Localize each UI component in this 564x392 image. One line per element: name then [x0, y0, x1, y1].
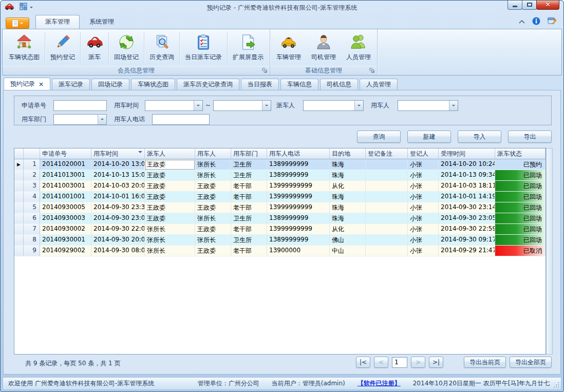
table-cell[interactable]: 2014-09-30 23:00	[91, 213, 145, 224]
table-cell[interactable]	[366, 246, 408, 256]
table-cell[interactable]: 王政委	[145, 159, 195, 170]
table-cell[interactable]: 2014-09-30 23:05	[439, 213, 495, 224]
application-menu-button[interactable]	[6, 17, 29, 29]
table-cell[interactable]: 从化	[330, 224, 366, 235]
table-cell[interactable]: 王政委	[195, 224, 231, 235]
close-button[interactable]: ✕	[536, 0, 559, 10]
table-cell[interactable]: 珠海	[330, 170, 366, 181]
department-combo[interactable]	[53, 114, 107, 125]
next-page-button[interactable]: >	[411, 357, 425, 368]
table-cell[interactable]: 已回场	[495, 235, 546, 246]
table-cell[interactable]: 13999999999	[267, 224, 330, 235]
table-cell[interactable]: 小张	[408, 202, 439, 213]
table-cell[interactable]: 2014-09-30 22:00	[91, 224, 145, 235]
table-cell[interactable]: 2014-09-29 21:47	[439, 246, 495, 256]
ribbon-button[interactable]: 回场登记	[109, 30, 144, 66]
row-selector-cell[interactable]	[14, 224, 24, 235]
table-cell[interactable]: 小张	[408, 159, 439, 170]
table-cell[interactable]	[366, 181, 408, 192]
table-cell[interactable]: 已预约	[495, 159, 546, 170]
table-cell[interactable]: 13999999999	[267, 202, 330, 213]
table-cell[interactable]: 20141003001	[40, 181, 91, 192]
chevron-down-icon[interactable]	[449, 101, 458, 110]
table-cell[interactable]: 卫生所	[231, 235, 267, 246]
table-cell[interactable]: 珠海	[330, 159, 366, 170]
table-row[interactable]: 7201409300022014-09-30 22:00张所长王政委老干部139…	[14, 224, 546, 235]
ribbon-button[interactable]: 车辆状态图	[4, 30, 45, 66]
table-cell[interactable]: 2014-09-30 23:14	[439, 202, 495, 213]
previous-page-button[interactable]: <	[374, 357, 388, 368]
table-cell[interactable]: 张所长	[145, 224, 195, 235]
table-cell[interactable]: 老干部	[231, 192, 267, 202]
table-cell[interactable]: 已取消	[495, 246, 546, 256]
table-cell[interactable]: 珠海	[330, 202, 366, 213]
table-row[interactable]: 2201410130012014-10-13 15:00王政委张所长卫生所138…	[14, 170, 546, 181]
table-cell[interactable]: 王政委	[145, 202, 195, 213]
window-switch-icon[interactable]	[548, 17, 556, 27]
table-cell[interactable]: 2014-10-20 13:00	[91, 159, 145, 170]
maximize-button[interactable]	[522, 0, 537, 10]
last-page-button[interactable]: >|	[429, 357, 443, 368]
table-cell[interactable]	[366, 192, 408, 202]
table-row[interactable]: 5201409300052014-09-30 23:30王政委王政委老干部139…	[14, 202, 546, 213]
dialog-launcher-icon[interactable]	[262, 68, 268, 73]
ribbon-tab-1[interactable]: 派车管理	[35, 15, 80, 29]
column-header[interactable]: 目的地	[330, 148, 366, 159]
table-cell[interactable]: 20140930001	[40, 235, 91, 246]
table-cell[interactable]: 2014-09-30 08:00	[91, 246, 145, 256]
row-selector-cell[interactable]	[14, 235, 24, 246]
application-no-input[interactable]	[53, 100, 107, 111]
document-tab-9[interactable]: 人员管理	[360, 79, 398, 90]
table-cell[interactable]: 王政委	[195, 202, 231, 213]
table-cell[interactable]: 小张	[408, 235, 439, 246]
table-cell[interactable]: 20140929002	[40, 246, 91, 256]
resize-grip[interactable]	[553, 381, 559, 387]
table-cell[interactable]: 珠海	[330, 192, 366, 202]
chevron-down-icon[interactable]	[98, 115, 106, 124]
table-cell[interactable]: 王政委	[195, 192, 231, 202]
ribbon-button[interactable]: 车辆管理	[271, 30, 306, 66]
table-cell[interactable]: 王政委	[145, 181, 195, 192]
table-cell[interactable]: 小张	[408, 170, 439, 181]
chevron-down-icon[interactable]	[194, 101, 202, 110]
table-cell[interactable]: 张所长	[195, 213, 231, 224]
table-cell[interactable]: 中山	[330, 246, 366, 256]
table-cell[interactable]: 小张	[408, 181, 439, 192]
vertical-scrollbar[interactable]	[546, 148, 553, 354]
table-cell[interactable]: 从化	[330, 181, 366, 192]
table-cell[interactable]	[366, 213, 408, 224]
column-header[interactable]: 登记备注	[366, 148, 408, 159]
table-cell[interactable]	[366, 159, 408, 170]
new-button[interactable]: 新建	[407, 130, 451, 143]
column-header[interactable]: 登记人	[408, 148, 439, 159]
table-cell[interactable]: 已回场	[495, 224, 546, 235]
document-tab-4[interactable]: 车辆状态图	[131, 79, 175, 90]
minimize-button[interactable]	[507, 0, 522, 10]
row-selector-cell[interactable]: ▶	[14, 159, 24, 170]
table-cell[interactable]: 王政委	[145, 192, 195, 202]
table-cell[interactable]: 小张	[408, 246, 439, 256]
document-tab-3[interactable]: 回场记录	[91, 79, 129, 90]
table-cell[interactable]: 1389999999	[267, 235, 330, 246]
dialog-launcher-icon[interactable]	[369, 68, 375, 73]
column-header[interactable]: 受理时间	[439, 148, 495, 159]
chevron-down-icon[interactable]	[262, 101, 271, 110]
table-cell[interactable]: 已回场	[495, 202, 546, 213]
user-phone-input[interactable]	[152, 114, 210, 125]
ribbon-tab-2[interactable]: 系统管理	[80, 15, 124, 29]
table-cell[interactable]: 已回场	[495, 181, 546, 192]
first-page-button[interactable]: |<	[356, 357, 370, 368]
table-cell[interactable]: 王政委	[145, 170, 195, 181]
ribbon-button[interactable]: 预约登记	[45, 30, 80, 66]
page-number-input[interactable]	[392, 357, 407, 368]
table-cell[interactable]: 卫生所	[231, 213, 267, 224]
table-cell[interactable]: 2014-10-01 14:19	[439, 192, 495, 202]
table-cell[interactable]: 已回场	[495, 192, 546, 202]
table-cell[interactable]: 1389999999	[267, 159, 330, 170]
ribbon-button[interactable]: 司机管理	[306, 30, 341, 66]
use-time-from-combo[interactable]	[145, 100, 203, 111]
table-cell[interactable]: 卫生所	[231, 159, 267, 170]
table-cell[interactable]: 2014-10-01 16:00	[91, 192, 145, 202]
table-cell[interactable]: 小张	[408, 224, 439, 235]
document-tab-5[interactable]: 派车历史记录查询	[177, 79, 239, 90]
